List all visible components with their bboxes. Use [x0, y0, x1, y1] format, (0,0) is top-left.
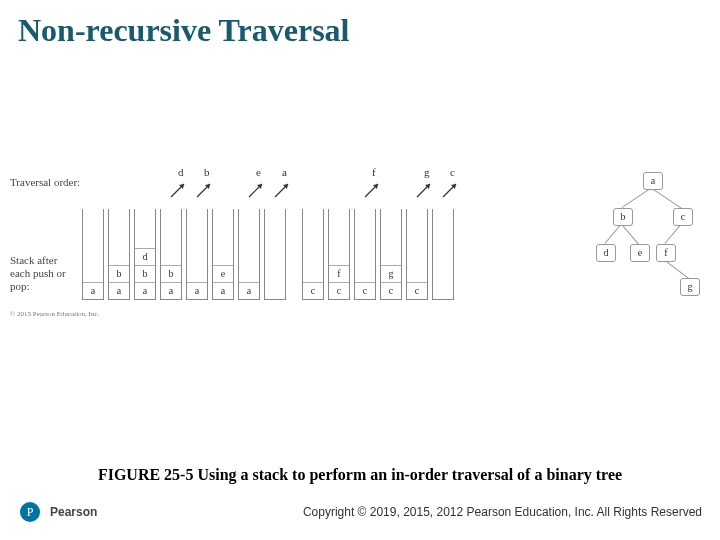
tree-edge [664, 260, 689, 279]
stack-column: ba [108, 200, 130, 300]
tree-edge [621, 224, 639, 245]
stack-column: ea [238, 200, 260, 300]
stack-container: c [302, 209, 324, 300]
stack-cell: c [381, 282, 401, 299]
pop-label: d [178, 166, 184, 178]
stacks-row: abadbadbabaeaeaacfcfcgcgcc [82, 200, 454, 300]
stack-cell: e [213, 265, 233, 282]
stack-column: gc [380, 200, 402, 300]
brand-text: Pearson [50, 505, 97, 519]
stack-cell: c [303, 282, 323, 299]
stack-cell: c [329, 282, 349, 299]
image-copyright: © 2015 Pearson Education, Inc. [10, 310, 99, 318]
stack-cell: a [83, 282, 103, 299]
stack-container: c [406, 209, 428, 300]
slide-title: Non-recursive Traversal [0, 0, 720, 49]
arrow-up-right-icon [362, 178, 384, 200]
stack-column: fc [328, 200, 350, 300]
stack-cell: d [135, 248, 155, 265]
stack-column: dba [134, 200, 156, 300]
stack-column: ba [186, 200, 208, 300]
stack-cell: a [109, 282, 129, 299]
tree-edge [621, 187, 652, 208]
stack-container: a [82, 209, 104, 300]
arrow-up-right-icon [246, 178, 268, 200]
stack-container [264, 209, 286, 300]
pop-label: b [204, 166, 210, 178]
stack-column: dba [160, 200, 182, 300]
pop-label: c [450, 166, 455, 178]
stack-cell: c [407, 282, 427, 299]
traversal-order-label: Traversal order: [10, 176, 80, 188]
stack-container [432, 209, 454, 300]
stack-cell: a [239, 282, 259, 299]
stack-column: c [302, 200, 324, 300]
stack-container: a [238, 209, 260, 300]
stack-cell: a [187, 282, 207, 299]
pop-label: g [424, 166, 430, 178]
stack-cell: f [329, 265, 349, 282]
arrow-up-right-icon [272, 178, 294, 200]
pearson-logo-icon: P [20, 502, 40, 522]
stack-container: ea [212, 209, 234, 300]
tree-node-g: g [680, 278, 700, 296]
tree-edge [651, 188, 682, 209]
tree-node-f: f [656, 244, 676, 262]
stack-cell: a [213, 282, 233, 299]
tree-node-d: d [596, 244, 616, 262]
svg-text:P: P [27, 505, 34, 519]
stack-container: a [186, 209, 208, 300]
tree-edge [604, 223, 622, 244]
stack-column: c [432, 200, 454, 300]
tree-node-e: e [630, 244, 650, 262]
copyright-text: Copyright © 2019, 2015, 2012 Pearson Edu… [117, 505, 720, 519]
stack-cell: b [135, 265, 155, 282]
arrow-up-right-icon [168, 178, 190, 200]
stack-column: a [82, 200, 104, 300]
stack-cell: b [109, 265, 129, 282]
stack-column: gc [406, 200, 428, 300]
arrow-up-right-icon [440, 178, 462, 200]
pop-label: e [256, 166, 261, 178]
stack-cell: g [381, 265, 401, 282]
arrow-up-right-icon [414, 178, 436, 200]
tree-node-b: b [613, 208, 633, 226]
binary-tree: abcdefg [588, 170, 708, 310]
stack-container: c [354, 209, 376, 300]
stack-cell: a [135, 282, 155, 299]
stack-container: ba [108, 209, 130, 300]
stack-container: fc [328, 209, 350, 300]
stack-cell: c [355, 282, 375, 299]
tree-node-c: c [673, 208, 693, 226]
figure-caption: FIGURE 25-5 Using a stack to perform an … [0, 466, 720, 484]
stack-column: fc [354, 200, 376, 300]
pop-label: f [372, 166, 376, 178]
stack-column: ea [212, 200, 234, 300]
footer: P Pearson Copyright © 2019, 2015, 2012 P… [0, 502, 720, 522]
figure-area: Traversal order: Stack after each push o… [10, 170, 710, 350]
stack-cell: b [161, 265, 181, 282]
stack-after-label: Stack after each push or pop: [10, 254, 70, 294]
stack-cell: a [161, 282, 181, 299]
tree-edge [664, 223, 682, 244]
stack-column: a [264, 200, 286, 300]
stack-container: ba [160, 209, 182, 300]
arrow-up-right-icon [194, 178, 216, 200]
tree-node-a: a [643, 172, 663, 190]
stack-container: dba [134, 209, 156, 300]
pop-label: a [282, 166, 287, 178]
stack-container: gc [380, 209, 402, 300]
